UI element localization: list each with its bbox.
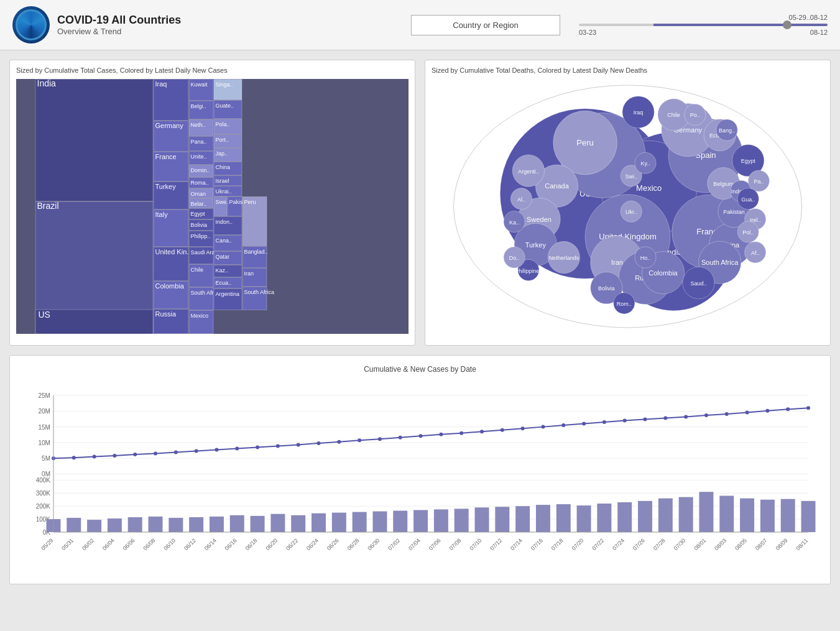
svg-text:Ky..: Ky.. — [641, 160, 650, 167]
svg-point-277 — [663, 416, 667, 420]
svg-text:Ecua..: Ecua.. — [216, 280, 232, 286]
svg-rect-307 — [495, 507, 509, 532]
svg-text:Argentina: Argentina — [216, 291, 240, 297]
svg-point-260 — [317, 441, 321, 445]
svg-point-276 — [644, 417, 647, 421]
svg-text:Egypt: Egypt — [191, 211, 206, 217]
svg-point-259 — [297, 443, 300, 446]
charts-row: Sized by Cumulative Total Cases, Colored… — [9, 60, 831, 346]
svg-text:Roma..: Roma.. — [191, 180, 209, 186]
svg-rect-1 — [35, 80, 153, 201]
svg-text:Philipp..: Philipp.. — [191, 233, 211, 239]
svg-rect-302 — [393, 510, 407, 532]
svg-text:United Kin..: United Kin.. — [155, 248, 191, 256]
app-logo — [12, 6, 50, 44]
svg-rect-288 — [108, 518, 122, 532]
svg-text:Kaz..: Kaz.. — [216, 267, 229, 274]
svg-point-270 — [521, 426, 525, 430]
svg-text:Swi..: Swi.. — [625, 173, 637, 180]
svg-point-252 — [154, 452, 157, 456]
svg-text:Chile: Chile — [667, 112, 680, 118]
svg-rect-93 — [35, 310, 153, 334]
svg-point-275 — [623, 419, 627, 423]
svg-point-257 — [256, 445, 259, 449]
svg-rect-299 — [332, 513, 346, 532]
app-title: COVID-19 All Countries — [57, 14, 181, 27]
svg-point-281 — [745, 410, 749, 414]
svg-text:Pola..: Pola.. — [216, 121, 230, 127]
svg-text:25M: 25M — [39, 392, 50, 399]
svg-text:Turkey: Turkey — [525, 241, 547, 249]
svg-point-266 — [439, 433, 443, 436]
svg-point-279 — [704, 413, 708, 417]
svg-text:Colombia: Colombia — [648, 269, 678, 277]
svg-rect-301 — [372, 512, 387, 532]
svg-text:15M: 15M — [39, 424, 50, 431]
svg-text:Saud..: Saud.. — [690, 280, 706, 287]
svg-text:Pana..: Pana.. — [191, 139, 207, 145]
svg-rect-309 — [536, 505, 550, 532]
svg-rect-303 — [413, 510, 428, 532]
svg-rect-298 — [312, 514, 326, 532]
treemap-chart[interactable]: IndiaBrazilIraqGermanyFranceTurkeyItalyU… — [16, 79, 408, 334]
svg-point-283 — [786, 407, 790, 411]
svg-text:Do..: Do.. — [509, 255, 520, 261]
trend-title: Cumulative & New Cases by Date — [19, 365, 821, 374]
svg-rect-296 — [270, 514, 285, 532]
svg-text:US: US — [39, 310, 50, 320]
svg-point-265 — [419, 434, 423, 438]
svg-text:Turkey: Turkey — [155, 183, 177, 190]
svg-rect-319 — [740, 499, 754, 532]
svg-text:Po..: Po.. — [690, 112, 700, 118]
svg-point-267 — [459, 431, 463, 435]
svg-rect-320 — [760, 500, 775, 532]
svg-text:Neth..: Neth.. — [191, 122, 206, 128]
treemap-panel: Sized by Cumulative Total Cases, Colored… — [9, 60, 415, 346]
svg-text:Belgi..: Belgi.. — [191, 103, 206, 109]
svg-point-271 — [541, 425, 545, 429]
svg-rect-291 — [168, 518, 183, 532]
svg-text:5M: 5M — [42, 455, 50, 462]
svg-point-254 — [195, 449, 198, 453]
svg-text:Port..: Port.. — [216, 137, 229, 143]
svg-rect-312 — [597, 504, 611, 532]
bubble-chart-wrapper: USBrazilIndiaMexicoUnited KingdomItalySp… — [432, 79, 824, 334]
date-range-slider[interactable] — [579, 24, 828, 26]
header: COVID-19 All Countries Overview & Trend … — [0, 0, 840, 50]
svg-point-268 — [480, 430, 484, 433]
svg-rect-317 — [699, 492, 713, 532]
svg-rect-308 — [515, 506, 530, 532]
svg-text:South Africa: South Africa — [244, 289, 275, 295]
svg-text:Singa..: Singa.. — [216, 81, 233, 88]
logo-area: COVID-19 All Countries Overview & Trend — [12, 6, 181, 44]
svg-text:Kuwait: Kuwait — [191, 81, 208, 88]
svg-rect-300 — [353, 512, 367, 532]
logo-inner — [16, 9, 47, 40]
svg-point-248 — [72, 456, 76, 459]
svg-rect-297 — [291, 515, 305, 532]
svg-text:Bolivia: Bolivia — [191, 222, 208, 228]
svg-text:Iran: Iran — [611, 259, 623, 266]
svg-text:Belgium: Belgium — [713, 181, 734, 187]
app-subtitle: Overview & Trend — [57, 27, 181, 36]
svg-text:France: France — [155, 153, 177, 160]
svg-point-263 — [378, 437, 382, 441]
svg-text:Qatar: Qatar — [216, 254, 230, 260]
svg-point-282 — [765, 409, 769, 413]
svg-point-269 — [501, 428, 504, 432]
svg-text:Ukrai..: Ukrai.. — [216, 188, 232, 195]
svg-text:Oman: Oman — [191, 191, 206, 197]
svg-point-280 — [725, 412, 729, 416]
svg-text:Unite..: Unite.. — [191, 154, 207, 160]
country-region-dropdown[interactable]: Country or Region — [411, 15, 560, 35]
svg-text:Chile: Chile — [191, 267, 204, 273]
svg-text:20M: 20M — [39, 408, 50, 415]
svg-rect-306 — [475, 507, 489, 532]
svg-point-250 — [113, 454, 116, 458]
treemap-title: Sized by Cumulative Total Cases, Colored… — [16, 67, 408, 74]
svg-rect-305 — [455, 509, 469, 532]
svg-text:Iraq: Iraq — [634, 109, 644, 116]
svg-point-249 — [93, 455, 96, 459]
svg-point-261 — [337, 440, 341, 444]
svg-rect-321 — [781, 499, 795, 532]
